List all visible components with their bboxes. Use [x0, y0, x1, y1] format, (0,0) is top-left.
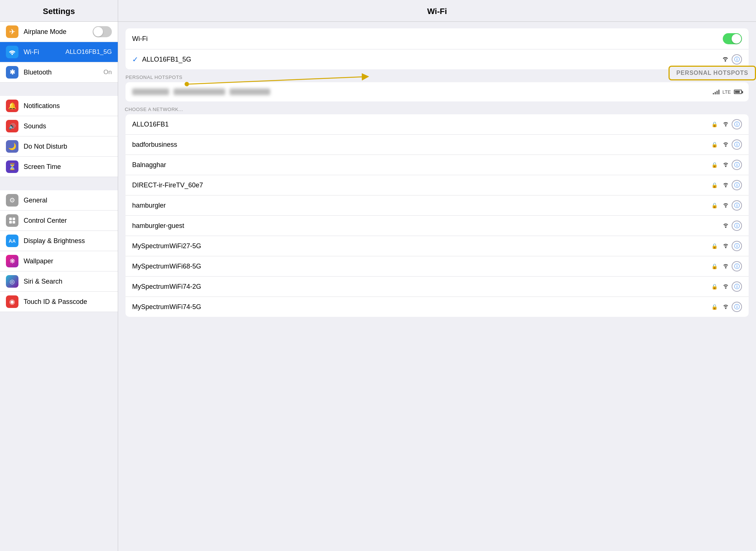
sidebar: Settings ✈ Airplane Mode Wi-Fi ALLO16FB1… — [0, 0, 118, 551]
sidebar-item-general[interactable]: ⚙ General — [0, 190, 118, 211]
sidebar-item-display[interactable]: AA Display & Brightness — [0, 231, 118, 251]
display-label: Display & Brightness — [24, 237, 112, 245]
network-row-icons: 🔒 ⓘ — [711, 281, 742, 292]
signal-bars-icon — [713, 89, 719, 94]
network-info-btn[interactable]: ⓘ — [732, 281, 742, 292]
network-row-icons: 🔒 ⓘ — [711, 180, 742, 190]
bar-2 — [715, 92, 716, 94]
network-info-btn[interactable]: ⓘ — [732, 180, 742, 190]
network-row-icons: ⓘ — [722, 221, 742, 231]
network-row-spectrum27[interactable]: MySpectrumWiFi27-5G 🔒 ⓘ — [126, 236, 749, 256]
notifications-icon: 🔔 — [6, 100, 18, 112]
hotspot-blurred-content — [132, 89, 713, 95]
wifi-toggle-switch[interactable] — [723, 33, 742, 44]
general-label: General — [24, 197, 112, 204]
network-info-btn[interactable]: ⓘ — [732, 119, 742, 129]
lock-icon: 🔒 — [711, 243, 718, 249]
sidebar-item-sounds[interactable]: 🔊 Sounds — [0, 116, 118, 136]
network-row-icons: 🔒 ⓘ — [711, 261, 742, 271]
sidebar-item-wifi[interactable]: Wi-Fi ALLO16FB1_5G — [0, 42, 118, 62]
network-info-btn[interactable]: ⓘ — [732, 241, 742, 251]
connected-info-button[interactable]: ⓘ — [732, 54, 742, 65]
wallpaper-label: Wallpaper — [24, 257, 112, 265]
network-row-direct-firetv[interactable]: DIRECT-ir-FireTV_60e7 🔒 ⓘ — [126, 175, 749, 195]
network-info-btn[interactable]: ⓘ — [732, 302, 742, 312]
bottom-spacer — [118, 317, 756, 328]
network-row-icons: 🔒 ⓘ — [711, 119, 742, 129]
main-panel: Wi-Fi Wi-Fi ✓ ALLO16FB1_5G ⓘ PERSONAL HO… — [118, 0, 756, 551]
lock-icon: 🔒 — [711, 162, 718, 168]
network-row-icons: 🔒 ⓘ — [711, 139, 742, 150]
battery-icon — [734, 90, 742, 94]
wifi-signal-icon — [722, 202, 729, 209]
sidebar-item-siri[interactable]: ◎ Siri & Search — [0, 271, 118, 292]
lock-icon: 🔒 — [711, 284, 718, 290]
section-gap-2 — [0, 177, 118, 190]
sounds-icon: 🔊 — [6, 120, 18, 132]
sidebar-item-control-center[interactable]: Control Center — [0, 211, 118, 231]
airplane-mode-toggle[interactable] — [93, 26, 112, 37]
sidebar-item-wallpaper[interactable]: ❋ Wallpaper — [0, 251, 118, 271]
sidebar-item-bluetooth[interactable]: ✱ Bluetooth On — [0, 62, 118, 83]
sidebar-title: Settings — [0, 0, 118, 22]
hotspot-blur-3 — [230, 89, 270, 95]
network-name: MySpectrumWiFi27-5G — [132, 242, 711, 250]
wifi-signal-icon — [722, 304, 729, 311]
sidebar-item-notifications[interactable]: 🔔 Notifications — [0, 96, 118, 116]
network-name: DIRECT-ir-FireTV_60e7 — [132, 181, 711, 189]
wifi-signal-icon — [722, 141, 729, 148]
network-info-btn[interactable]: ⓘ — [732, 221, 742, 231]
hotspot-device-row: LTE — [126, 82, 749, 101]
sidebar-item-touch-id[interactable]: ◉ Touch ID & Passcode — [0, 292, 118, 312]
network-row-balnagghar[interactable]: Balnagghar 🔒 ⓘ — [126, 155, 749, 175]
bar-4 — [718, 90, 719, 94]
general-icon: ⚙ — [6, 194, 18, 207]
network-info-btn[interactable]: ⓘ — [732, 261, 742, 271]
network-row-spectrum68[interactable]: MySpectrumWiFi68-5G 🔒 ⓘ — [126, 256, 749, 277]
network-info-btn[interactable]: ⓘ — [732, 200, 742, 211]
svg-rect-1 — [13, 218, 15, 220]
network-info-btn[interactable]: ⓘ — [732, 139, 742, 150]
hotspot-blur-2 — [173, 89, 225, 95]
network-row-icons: 🔒 ⓘ — [711, 200, 742, 211]
connected-network-row[interactable]: ✓ ALLO16FB1_5G ⓘ — [126, 49, 749, 69]
annotation-box: PERSONAL HOTSPOTS — [669, 66, 756, 80]
network-name: hamburgler — [132, 202, 711, 209]
wifi-toggle-knob — [732, 34, 741, 44]
control-center-label: Control Center — [24, 217, 112, 225]
connected-network-name: ALLO16FB1_5G — [142, 56, 721, 63]
screen-time-icon: ⏳ — [6, 160, 18, 173]
lock-icon: 🔒 — [711, 121, 718, 127]
bar-1 — [713, 93, 714, 94]
lock-icon: 🔒 — [711, 304, 718, 310]
network-info-btn[interactable]: ⓘ — [732, 160, 742, 170]
bluetooth-icon: ✱ — [6, 66, 18, 79]
network-row-hamburgler[interactable]: hamburgler 🔒 ⓘ — [126, 195, 749, 216]
lock-icon: 🔒 — [711, 263, 718, 269]
lock-icon: 🔒 — [711, 202, 718, 208]
wifi-signal-icon — [722, 283, 729, 290]
network-row-spectrum74-5g[interactable]: MySpectrumWiFi74-5G 🔒 ⓘ — [126, 297, 749, 317]
wifi-toggle-row[interactable]: Wi-Fi — [126, 28, 749, 49]
sidebar-item-airplane-mode[interactable]: ✈ Airplane Mode — [0, 22, 118, 42]
network-row-allo16fb1[interactable]: ALLO16FB1 🔒 ⓘ — [126, 114, 749, 135]
siri-label: Siri & Search — [24, 278, 112, 285]
network-row-spectrum74-2g[interactable]: MySpectrumWiFi74-2G 🔒 ⓘ — [126, 277, 749, 297]
sidebar-item-screen-time[interactable]: ⏳ Screen Time — [0, 157, 118, 177]
network-row-badforbusiness[interactable]: badforbusiness 🔒 ⓘ — [126, 135, 749, 155]
wifi-label: Wi-Fi — [24, 48, 65, 56]
network-name: MySpectrumWiFi74-2G — [132, 283, 711, 291]
control-center-icon — [6, 214, 18, 227]
network-list: ALLO16FB1 🔒 ⓘ badforbusiness 🔒 ⓘ Bal — [126, 114, 749, 317]
screen-time-label: Screen Time — [24, 163, 112, 171]
wallpaper-icon: ❋ — [6, 255, 18, 267]
wifi-toggle-label: Wi-Fi — [132, 35, 723, 43]
battery-fill — [735, 91, 740, 93]
do-not-disturb-label: Do Not Disturb — [24, 143, 112, 150]
choose-network-label: CHOOSE A NETWORK... — [118, 101, 756, 114]
network-name: MySpectrumWiFi74-5G — [132, 303, 711, 311]
section-gap-1 — [0, 83, 118, 96]
main-title: Wi-Fi — [118, 0, 756, 22]
network-row-hamburgler-guest[interactable]: hamburgler-guest ⓘ — [126, 216, 749, 236]
sidebar-item-do-not-disturb[interactable]: 🌙 Do Not Disturb — [0, 136, 118, 157]
